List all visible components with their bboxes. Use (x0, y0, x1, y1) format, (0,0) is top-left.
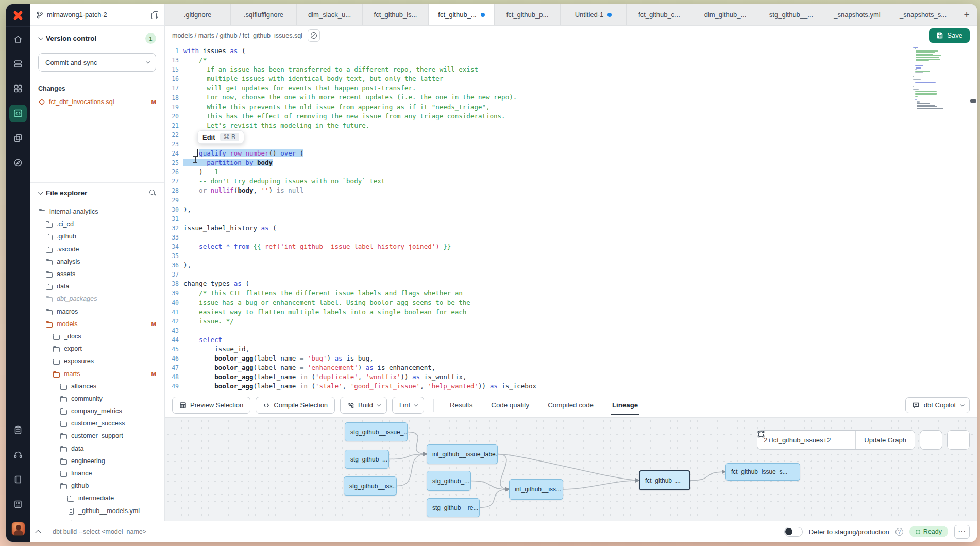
code-line[interactable]: 21 Let's revisit this modeling in the fu… (165, 121, 910, 130)
code-line[interactable]: 37 (165, 270, 910, 279)
code-line[interactable]: 30), (165, 205, 910, 214)
tab-code-quality[interactable]: Code quality (489, 393, 531, 417)
code-line[interactable]: 44 select (165, 335, 910, 345)
home-icon[interactable] (9, 30, 27, 48)
new-tab-button[interactable]: + (956, 4, 977, 25)
lineage-node-stg-github-issue-[interactable]: stg_github__issue_... (345, 422, 408, 441)
code-line[interactable]: 34 select * from {{ ref('int_github__iss… (165, 242, 910, 251)
code-line[interactable]: 20 this has the effect of removing the n… (165, 112, 910, 121)
changed-file-item[interactable]: fct_dbt_invocations.sql M (38, 98, 156, 106)
lineage-node-stg-github-[interactable]: stg_github_... (427, 471, 471, 491)
preview-selection-button[interactable]: Preview Selection (172, 397, 250, 414)
editor-tab-fct-github-c-[interactable]: fct_github_c... (627, 4, 692, 25)
code-line[interactable]: 26 ) = 1 (165, 167, 910, 177)
code-line[interactable]: 17 will get updates for events that happ… (165, 83, 910, 93)
chevron-down-icon[interactable] (38, 190, 43, 195)
code-line[interactable]: 31 (165, 214, 910, 224)
code-line[interactable]: 25 partition by body (165, 158, 910, 167)
expand-console-icon[interactable] (35, 530, 41, 535)
code-line[interactable]: 33 (165, 233, 910, 242)
lint-button[interactable]: Lint (392, 397, 424, 414)
lineage-node-int-github-iss-[interactable]: int_github__iss... (509, 479, 563, 500)
chevron-down-icon[interactable] (38, 35, 43, 40)
user-avatar[interactable] (11, 522, 25, 536)
code-editor[interactable]: 1with issues as (13 /*15 If an issue has… (165, 45, 977, 393)
editor-tab--gitignore[interactable]: .gitignore (165, 4, 231, 25)
tree-item-customer-support[interactable]: customer_support (30, 430, 164, 442)
projects-icon[interactable] (9, 129, 27, 147)
docs-icon[interactable] (9, 471, 27, 488)
lineage-node-stg-github-[interactable]: stg_github_... (345, 450, 389, 469)
tree-item-company-metrics[interactable]: company_metrics (30, 405, 164, 417)
code-line[interactable]: 35 (165, 251, 910, 261)
code-line[interactable]: 41 easiest way to flatten multiple label… (165, 308, 910, 317)
code-line[interactable]: 47 boolor_agg(label_name = 'enhancement'… (165, 363, 910, 372)
help-icon[interactable]: ? (895, 528, 903, 536)
save-button[interactable]: Save (929, 28, 970, 43)
fullscreen-button[interactable] (920, 430, 942, 450)
editor-tab--snapshots-s-[interactable]: _snapshots_s... (890, 4, 956, 25)
code-line[interactable]: 23 (165, 140, 910, 149)
code-line[interactable]: 38change_types as ( (165, 279, 910, 288)
code-line[interactable]: 19 While this prevents the old issue fro… (165, 103, 910, 112)
tree-item-analysis[interactable]: analysis (30, 255, 164, 268)
tree-item-marts[interactable]: martsM (30, 367, 164, 380)
dbt-copilot-button[interactable]: dbt Copilot (905, 397, 970, 413)
lineage-node-fct-github-issue-s-[interactable]: fct_github_issue_s... (725, 463, 800, 481)
tree-item-customer-success[interactable]: customer_success (30, 417, 164, 430)
tree-item--ci-cd[interactable]: .ci_cd (30, 218, 164, 230)
tree-item-data[interactable]: data (30, 442, 164, 455)
editor-tab-stg-github-[interactable]: stg_github__... (758, 4, 824, 25)
code-line[interactable]: 24 qualify row_number() over ( (165, 149, 910, 158)
tree-item--github-models-yml[interactable]: _github__models.yml (30, 505, 164, 517)
tree-item-macros[interactable]: macros (30, 305, 164, 318)
lineage-node-fct-github-[interactable]: fct_github_... (639, 470, 690, 490)
lineage-node-stg-github-re-[interactable]: stg_github__re... (427, 498, 480, 517)
dashboard-icon[interactable] (9, 80, 27, 97)
code-line[interactable]: 45 issue_id, (165, 345, 910, 354)
changelog-icon[interactable] (9, 421, 27, 439)
tree-item-community[interactable]: community (30, 393, 164, 405)
tree-item-internal-analytics[interactable]: internal-analytics (30, 206, 164, 218)
tab-results[interactable]: Results (448, 393, 474, 417)
tree-item-assets[interactable]: assets (30, 268, 164, 280)
tree-item--vscode[interactable]: .vscode (30, 243, 164, 255)
tree-item-models[interactable]: modelsM (30, 318, 164, 330)
code-line[interactable]: 27 -- don't try deduping issues with no … (165, 177, 910, 186)
code-line[interactable]: 39 /* This CTE flattens the different is… (165, 288, 910, 298)
tree-item-dim-github-users-sql[interactable]: dim_github_users.sql (30, 517, 164, 521)
copilot-file-button[interactable] (308, 29, 320, 42)
tree-item-github[interactable]: github (30, 480, 164, 492)
code-line[interactable]: 29 (165, 196, 910, 205)
code-line[interactable]: 46 boolor_agg(label_name = 'bug') as is_… (165, 354, 910, 363)
edit-tooltip[interactable]: Edit ⌘ B (197, 130, 244, 144)
lineage-selector-input[interactable] (757, 431, 855, 449)
code-line[interactable]: 40 issue has a bug or enhancement label.… (165, 298, 910, 308)
explore-icon[interactable] (9, 154, 27, 172)
lineage-panel[interactable]: stg_github__issue_...stg_github_...stg_g… (165, 417, 977, 521)
tree-item-intermediate[interactable]: intermediate (30, 492, 164, 504)
code-line[interactable]: 16 multiple issues with identical body t… (165, 74, 910, 83)
ide-editor-icon[interactable] (9, 105, 27, 122)
code-line[interactable]: 15 If an issue has been transferred to a… (165, 65, 910, 74)
command-input[interactable]: dbt build --select <model_name> (53, 528, 778, 535)
lineage-node-int-github-issue-labe-[interactable]: int_github__issue_labe... (427, 444, 498, 464)
code-line[interactable]: 43 (165, 326, 910, 335)
tab-lineage[interactable]: Lineage (611, 393, 639, 417)
code-line[interactable]: 42 issue. */ (165, 317, 910, 326)
shortcuts-icon[interactable] (9, 496, 27, 513)
tree-item-finance[interactable]: finance (30, 467, 164, 480)
tree-item--docs[interactable]: _docs (30, 330, 164, 343)
editor-tab-fct-github-is-[interactable]: fct_github_is... (363, 4, 429, 25)
code-line[interactable]: 48 boolor_agg(label_name in ('duplicate'… (165, 372, 910, 382)
editor-tab--sqlfluffignore[interactable]: .sqlfluffignore (231, 4, 297, 25)
editor-tab-untitled-1[interactable]: Untitled-1 (561, 4, 627, 25)
compile-selection-button[interactable]: Compile Selection (256, 397, 335, 414)
code-line[interactable]: 28 or nullif(body, '') is null (165, 186, 910, 195)
tree-item-engineering[interactable]: engineering (30, 455, 164, 467)
support-icon[interactable] (9, 446, 27, 464)
editor-tab-fct-github-[interactable]: fct_github_... (429, 4, 495, 25)
code-line[interactable]: 1with issues as ( (165, 46, 910, 56)
editor-tab-dim-slack-u-[interactable]: dim_slack_u... (297, 4, 363, 25)
code-line[interactable]: 36), (165, 261, 910, 270)
